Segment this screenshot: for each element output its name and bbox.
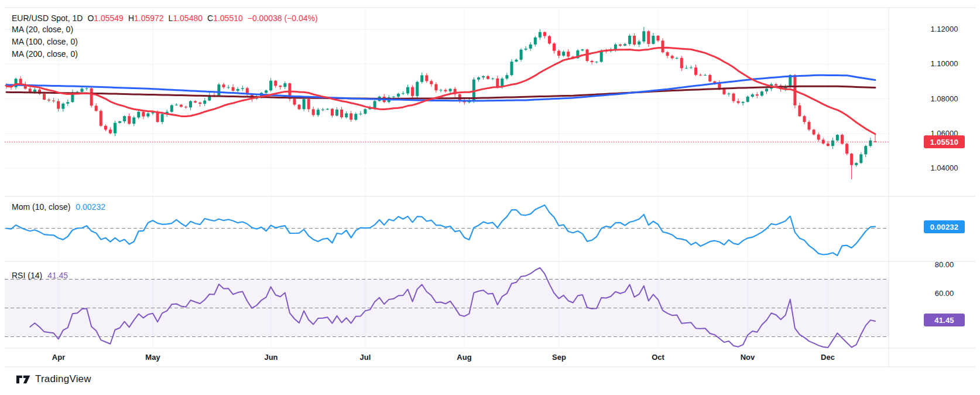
momentum-legend[interactable]: Mom (10, close) 0.00232 — [12, 202, 105, 212]
rsi-label: RSI (14) — [12, 271, 42, 280]
month-label: Nov — [735, 353, 760, 362]
ma100-legend[interactable]: MA (100, close, 0) — [12, 37, 78, 46]
tradingview-logo[interactable]: TradingView — [16, 373, 91, 385]
momentum-badge: 0.00232 — [924, 220, 965, 233]
rsi-badge: 41.45 — [924, 314, 965, 326]
tradingview-chart-window: EUR/USD Spot, 1D O1.05549 H1.05972 L1.05… — [0, 0, 980, 395]
month-label: Sep — [546, 353, 572, 362]
price-axis-label: 1.04000 — [913, 164, 975, 172]
ma200-legend[interactable]: MA (200, close, 0) — [12, 49, 78, 59]
month-label: Oct — [645, 353, 671, 362]
month-label: Aug — [451, 353, 477, 362]
tradingview-logo-text: TradingView — [35, 373, 91, 385]
ohlc-open: O1.05549 — [87, 13, 124, 23]
rsi-axis-label-80: 80.00 — [913, 260, 975, 269]
change-readout: −0.00038 (−0.04%) — [248, 13, 318, 23]
month-label: May — [140, 353, 166, 362]
price-axis-label: 1.12000 — [913, 25, 975, 33]
ohlc-high: H1.05972 — [128, 13, 164, 23]
last-price-badge: 1.05510 — [924, 135, 965, 148]
tradingview-logo-icon — [16, 375, 30, 384]
rsi-legend[interactable]: RSI (14) 41.45 — [12, 271, 68, 280]
rsi-axis-label-60: 60.00 — [913, 289, 975, 298]
price-axis-label: 1.08000 — [913, 94, 975, 103]
ohlc-low: L1.05480 — [169, 13, 203, 23]
symbol-legend[interactable]: EUR/USD Spot, 1D O1.05549 H1.05972 L1.05… — [12, 13, 318, 23]
ohlc-close: C1.05510 — [207, 13, 243, 23]
momentum-label: Mom (10, close) — [12, 202, 70, 212]
month-label: Apr — [46, 353, 71, 362]
month-label: Jul — [352, 353, 378, 362]
month-label: Dec — [815, 353, 841, 362]
chart-canvas[interactable] — [0, 0, 980, 395]
symbol-title[interactable]: EUR/USD Spot, 1D — [12, 13, 83, 23]
momentum-value: 0.00232 — [76, 202, 105, 212]
ma20-legend[interactable]: MA (20, close, 0) — [12, 25, 73, 34]
month-label: Jun — [258, 353, 284, 362]
rsi-value: 41.45 — [47, 271, 68, 280]
price-axis-label: 1.10000 — [913, 59, 975, 68]
